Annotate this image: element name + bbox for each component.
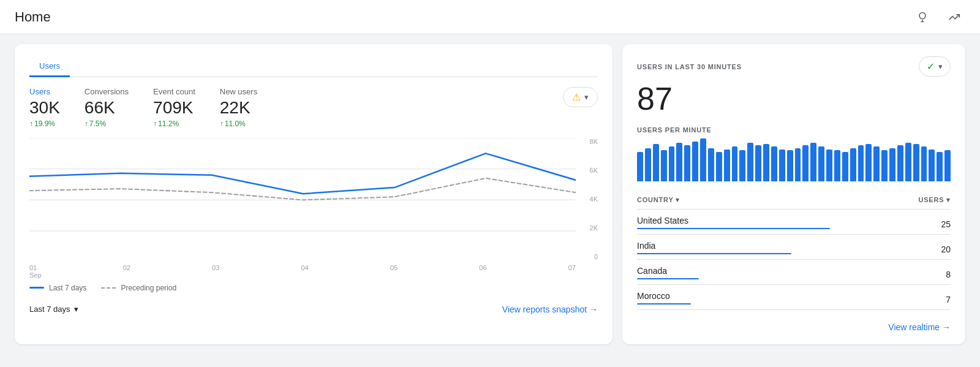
bar-item: [779, 149, 785, 182]
lightbulb-button[interactable]: [911, 6, 933, 28]
bar-item: [795, 148, 801, 181]
bar-item: [810, 143, 816, 181]
bar-item: [661, 150, 667, 181]
country-bar-indicator: [637, 303, 691, 305]
bar-item: [653, 144, 659, 181]
line-chart: [29, 138, 576, 262]
country-name: Morocco: [637, 285, 830, 310]
legend-solid-label: Last 7 days: [49, 284, 86, 292]
page-title: Home: [15, 9, 51, 25]
metric-event-count: Event count 709K ↑ 11.2%: [153, 87, 195, 128]
x-label-02: 02: [123, 264, 130, 279]
chart-y-labels: 8K 6K 4K 2K 0: [578, 138, 598, 260]
country-table: COUNTRY ▾ USERS ▾ United States 25 India: [637, 191, 951, 310]
metric-conversions-change: ↑ 7.5%: [85, 119, 129, 128]
date-range-label: Last 7 days: [29, 305, 70, 314]
table-row: Canada 8: [637, 260, 951, 285]
arrow-up-icon-4: ↑: [220, 119, 224, 128]
bar-item: [929, 149, 935, 182]
alert-button[interactable]: ⚠ ▾: [563, 87, 598, 107]
metric-conversions: Conversions 66K ↑ 7.5%: [85, 87, 129, 128]
country-users: 8: [830, 260, 951, 285]
bar-chart: [637, 138, 951, 181]
realtime-header: USERS IN LAST 30 MINUTES ✓ ▾: [637, 56, 951, 77]
x-label-06: 06: [479, 264, 486, 279]
left-card: Users Users 30K ↑ 19.9% Conversions 66K …: [15, 44, 612, 344]
country-header[interactable]: COUNTRY ▾: [637, 191, 830, 210]
metric-users-change: ↑ 19.9%: [29, 119, 60, 128]
bar-item: [834, 150, 840, 181]
bar-item: [850, 148, 856, 181]
bar-item: [684, 145, 690, 182]
x-label-01: 01Sep: [29, 264, 42, 279]
bar-item: [913, 144, 919, 181]
filter-users-icon: ▾: [946, 196, 951, 203]
card-footer: Last 7 days ▾ View reports snapshot →: [29, 300, 598, 314]
bar-item: [708, 148, 714, 181]
metric-new-value: 22K: [220, 97, 257, 118]
x-label-05: 05: [390, 264, 398, 279]
users-header[interactable]: USERS ▾: [830, 191, 951, 210]
check-status-button[interactable]: ✓ ▾: [919, 56, 951, 77]
legend-solid-line: [29, 287, 44, 289]
bar-item: [755, 145, 761, 182]
bar-item: [763, 144, 769, 181]
arrow-up-icon: ↑: [29, 119, 33, 128]
bar-item: [747, 143, 753, 181]
metrics-row: Users 30K ↑ 19.9% Conversions 66K ↑ 7.5%…: [29, 87, 598, 128]
metric-event-value: 709K: [153, 97, 195, 118]
metric-new-users: New users 22K ↑ 11.0%: [220, 87, 257, 128]
country-bar-indicator: [637, 253, 791, 254]
chart-container: 8K 6K 4K 2K 0 01Sep 02 03 04 05 06 07: [29, 138, 598, 279]
bar-item: [692, 142, 698, 182]
bar-item: [669, 146, 675, 181]
bar-item: [921, 146, 927, 181]
bar-item: [716, 152, 722, 181]
bar-item: [732, 146, 738, 181]
bar-item: [889, 148, 895, 181]
bar-item: [676, 143, 682, 181]
metric-conversions-label: Conversions: [85, 87, 129, 96]
legend-dashed-label: Preceding period: [121, 284, 176, 292]
bar-item: [724, 149, 730, 182]
check-circle-icon: ✓: [927, 61, 935, 72]
country-name: United States: [637, 210, 830, 235]
table-row: United States 25: [637, 210, 951, 235]
header: Home: [0, 0, 980, 34]
date-range-button[interactable]: Last 7 days ▾: [29, 305, 78, 314]
metric-users-label: Users: [29, 87, 60, 96]
legend-solid: Last 7 days: [29, 284, 86, 292]
bar-item: [858, 145, 864, 182]
bar-item: [787, 150, 793, 181]
realtime-users-count: 87: [637, 81, 951, 116]
bar-item: [739, 150, 745, 181]
tab-users[interactable]: Users: [29, 56, 70, 77]
metric-event-label: Event count: [153, 87, 195, 96]
view-realtime-link[interactable]: View realtime →: [888, 322, 951, 332]
metric-event-change: ↑ 11.2%: [153, 119, 195, 128]
country-name: India: [637, 235, 830, 260]
right-card: USERS IN LAST 30 MINUTES ✓ ▾ 87 USERS PE…: [622, 44, 965, 344]
legend-dashed-line: [101, 287, 116, 289]
country-users: 20: [830, 235, 951, 260]
dropdown-arrow-icon-2: ▾: [938, 62, 943, 71]
view-reports-link[interactable]: View reports snapshot →: [502, 305, 598, 314]
legend-dashed: Preceding period: [101, 284, 176, 292]
dropdown-chevron-icon: ▾: [74, 305, 78, 314]
bar-item: [637, 152, 643, 181]
header-actions: [911, 6, 965, 28]
metric-users-value: 30K: [29, 97, 60, 118]
right-footer: View realtime →: [637, 317, 951, 332]
chart-legend: Last 7 days Preceding period: [29, 284, 598, 292]
country-users: 25: [830, 210, 951, 235]
bar-item: [842, 152, 848, 181]
x-label-03: 03: [212, 264, 219, 279]
bar-item: [645, 148, 651, 181]
filter-dropdown-icon: ▾: [676, 196, 680, 203]
trending-button[interactable]: [943, 6, 965, 28]
main-content: Users Users 30K ↑ 19.9% Conversions 66K …: [0, 34, 980, 354]
metrics-tabs: Users: [29, 56, 598, 77]
bar-item: [802, 145, 809, 182]
bar-item: [826, 149, 832, 182]
alert-triangle-icon: ⚠: [572, 91, 581, 103]
